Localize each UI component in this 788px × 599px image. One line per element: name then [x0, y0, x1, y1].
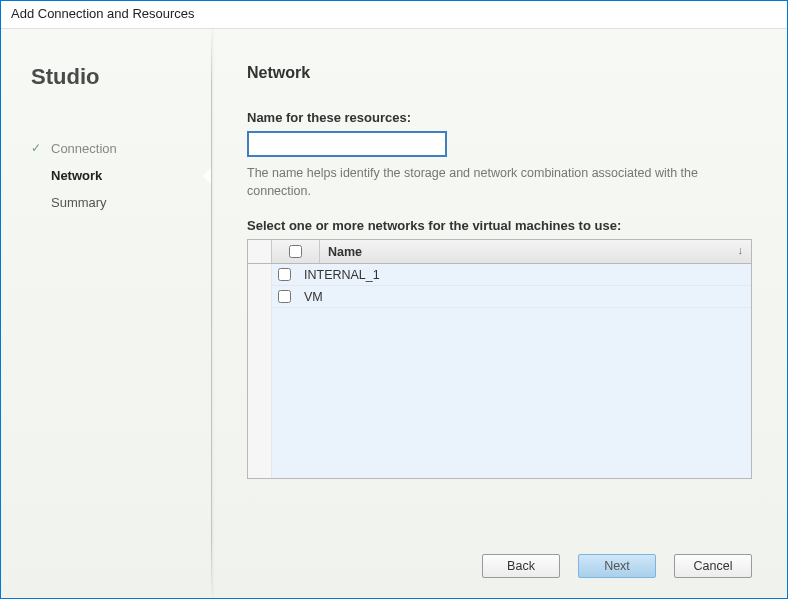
- row-checkbox[interactable]: [278, 290, 291, 303]
- row-name-cell: INTERNAL_1: [296, 268, 751, 282]
- page-heading: Network: [247, 64, 752, 82]
- row-check-cell[interactable]: [272, 286, 296, 307]
- step-summary[interactable]: Summary: [31, 189, 191, 216]
- grid-rows: INTERNAL_1 VM: [272, 264, 751, 478]
- back-button[interactable]: Back: [482, 554, 560, 578]
- checkmark-icon: ✓: [31, 141, 41, 155]
- name-field-label: Name for these resources:: [247, 110, 752, 125]
- networks-grid: Name ↓ INTERNAL_1: [247, 239, 752, 479]
- window-body: Studio ✓ Connection Network Summary Netw…: [1, 29, 787, 598]
- row-check-cell[interactable]: [272, 264, 296, 285]
- network-row[interactable]: VM: [272, 286, 751, 308]
- cancel-button[interactable]: Cancel: [674, 554, 752, 578]
- header-select-all[interactable]: [272, 240, 320, 263]
- row-name-cell: VM: [296, 290, 751, 304]
- header-gutter: [248, 240, 272, 263]
- select-all-checkbox[interactable]: [289, 245, 302, 258]
- sort-arrow-icon[interactable]: ↓: [738, 244, 744, 256]
- grid-body: INTERNAL_1 VM: [248, 264, 751, 478]
- step-network[interactable]: Network: [31, 162, 191, 189]
- row-name: VM: [304, 290, 323, 304]
- step-label: Network: [51, 168, 102, 183]
- sidebar-title: Studio: [31, 64, 191, 90]
- window-titlebar: Add Connection and Resources: [1, 1, 787, 29]
- name-help-text: The name helps identify the storage and …: [247, 165, 707, 200]
- header-name-column[interactable]: Name: [320, 245, 751, 259]
- row-checkbox[interactable]: [278, 268, 291, 281]
- step-connection[interactable]: ✓ Connection: [31, 135, 191, 162]
- main-panel: Network Name for these resources: The na…: [212, 29, 787, 598]
- window-title: Add Connection and Resources: [11, 6, 195, 21]
- column-header-name: Name: [328, 245, 362, 259]
- row-name: INTERNAL_1: [304, 268, 380, 282]
- wizard-sidebar: Studio ✓ Connection Network Summary: [1, 29, 211, 598]
- grid-gutter: [248, 264, 272, 478]
- wizard-steps: ✓ Connection Network Summary: [31, 135, 191, 216]
- step-label: Summary: [51, 195, 107, 210]
- network-row[interactable]: INTERNAL_1: [272, 264, 751, 286]
- next-button[interactable]: Next: [578, 554, 656, 578]
- grid-header: Name ↓: [248, 240, 751, 264]
- resources-name-input[interactable]: [247, 131, 447, 157]
- networks-label: Select one or more networks for the virt…: [247, 218, 752, 233]
- step-label: Connection: [51, 141, 117, 156]
- button-bar: Back Next Cancel: [247, 524, 752, 578]
